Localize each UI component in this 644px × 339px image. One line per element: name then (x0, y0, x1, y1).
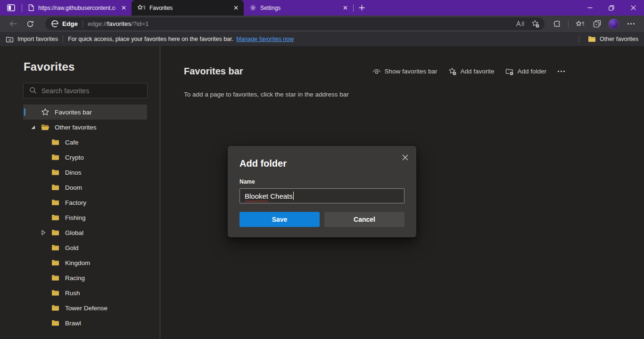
favorites-tree-item[interactable]: Factory (23, 195, 147, 210)
favorites-tree-item[interactable]: Other favorites (23, 120, 147, 135)
gear-icon (249, 4, 256, 11)
profile-avatar-button[interactable] (607, 17, 620, 31)
favorites-tree-item[interactable]: Tower Defense (23, 300, 147, 315)
refresh-button[interactable] (24, 17, 37, 31)
favorites-tree-item[interactable]: Racing (23, 270, 147, 285)
folder-icon (51, 290, 61, 296)
add-to-favorites-button[interactable] (528, 17, 542, 31)
folder-icon (51, 274, 61, 281)
tree-item-label: Brawl (65, 320, 81, 327)
tab-raw-githubusercontent[interactable]: https://raw.githubusercontent.co (22, 0, 132, 16)
tree-item-label: Gold (65, 244, 79, 251)
folder-name-input[interactable]: Blooket Cheats (239, 188, 405, 203)
folder-icon (51, 184, 61, 191)
cancel-button[interactable]: Cancel (324, 212, 405, 227)
minimize-icon (587, 5, 593, 10)
favorites-tree-item[interactable]: Crypto (23, 150, 147, 165)
tree-item-label: Factory (65, 199, 86, 206)
address-bar[interactable]: Edge edge://favorites/?id=1 (45, 17, 545, 30)
new-tab-button[interactable] (354, 0, 370, 16)
ellipsis-icon (558, 71, 565, 72)
text-cursor (293, 192, 294, 200)
favorites-tree-item[interactable]: Global (23, 225, 147, 240)
folder-icon (51, 154, 61, 161)
close-icon (234, 6, 238, 10)
more-options-button[interactable] (558, 71, 565, 72)
show-favorites-bar-button[interactable]: Show favorites bar (372, 68, 438, 75)
address-divider (83, 20, 83, 28)
favorites-button[interactable] (573, 17, 586, 31)
dialog-close-button[interactable] (399, 152, 411, 163)
tab-settings[interactable]: Settings (244, 0, 353, 16)
restore-button[interactable] (601, 0, 622, 16)
expand-caret-icon[interactable] (41, 230, 51, 235)
manage-favorites-link[interactable]: Manage favorites now (236, 36, 294, 42)
extensions-puzzle-icon (553, 20, 561, 28)
tab-title: https://raw.githubusercontent.co (38, 5, 116, 11)
save-button[interactable]: Save (239, 212, 320, 227)
tree-item-label: Kingdom (65, 259, 90, 266)
collections-button[interactable] (590, 17, 603, 31)
favorites-tree-item[interactable]: Cafe (23, 135, 147, 150)
search-favorites-input[interactable] (23, 83, 148, 98)
favorites-tree-item[interactable]: Brawl (23, 315, 147, 331)
tab-actions-icon (7, 4, 15, 11)
favorites-tree-item[interactable]: Fishing (23, 210, 147, 225)
tree-item-label: Global (65, 229, 83, 236)
close-icon (631, 5, 636, 10)
avatar (609, 19, 619, 29)
close-window-button[interactable] (622, 0, 644, 16)
favbar-hint-text: For quick access, place your favorites h… (68, 36, 233, 42)
name-field-label: Name (239, 178, 405, 185)
eye-icon (372, 68, 381, 75)
edge-logo-icon (51, 20, 59, 28)
read-aloud-icon (516, 20, 525, 27)
favorites-hub-icon (576, 20, 585, 28)
tab-close-button[interactable] (119, 4, 128, 12)
folder-icon (51, 229, 61, 236)
restore-icon (609, 5, 614, 11)
extensions-button[interactable] (550, 17, 563, 31)
tab-close-button[interactable] (341, 4, 349, 12)
input-text: Cheats (268, 192, 293, 200)
tab-actions-menu-button[interactable] (0, 0, 22, 16)
star-add-icon (448, 67, 456, 75)
tree-item-label: Fishing (65, 214, 86, 221)
favorites-tree-item[interactable]: Favorites bar (23, 105, 147, 120)
settings-and-more-button[interactable] (624, 17, 637, 31)
read-aloud-button[interactable] (513, 17, 527, 31)
other-favorites-label[interactable]: Other favorites (600, 36, 638, 42)
action-label: Add favorite (460, 68, 494, 75)
back-button[interactable] (7, 17, 20, 31)
tab-close-button[interactable] (231, 4, 240, 12)
page-icon (28, 4, 34, 11)
folder-icon (51, 139, 61, 145)
tab-favorites[interactable]: Favorites (132, 0, 244, 16)
folder-icon (51, 305, 61, 311)
tab-title: Favorites (149, 5, 228, 11)
import-favorites-button[interactable]: Import favorites (6, 36, 58, 43)
favorites-tree-item[interactable]: Dinos (23, 165, 147, 180)
tree-item-label: Dinos (65, 169, 82, 176)
misspelled-word: Blooket (245, 192, 268, 200)
favbar-divider (63, 36, 63, 43)
back-arrow-icon (9, 20, 17, 27)
title-bar: https://raw.githubusercontent.co Favorit… (0, 0, 644, 16)
star-icon (41, 108, 50, 116)
add-folder-button[interactable]: Add folder (505, 68, 546, 75)
tree-item-label: Other favorites (55, 124, 97, 131)
minimize-button[interactable] (579, 0, 601, 16)
folder-icon (51, 169, 61, 176)
folder-icon (41, 124, 50, 130)
favorites-tree-item[interactable]: Rush (23, 285, 147, 300)
favorites-tree-item[interactable]: Gold (23, 240, 147, 255)
folder-icon (51, 259, 61, 266)
favorites-tree-item[interactable]: Kingdom (23, 255, 147, 270)
expand-caret-icon[interactable] (31, 125, 41, 129)
empty-state-hint: To add a page to favorites, click the st… (184, 91, 565, 98)
site-info-badge[interactable]: Edge (51, 20, 78, 28)
folder-add-icon (505, 68, 513, 75)
add-favorite-button[interactable]: Add favorite (448, 67, 494, 75)
favorites-hub-icon (137, 4, 146, 11)
favorites-tree-item[interactable]: Doom (23, 180, 147, 195)
